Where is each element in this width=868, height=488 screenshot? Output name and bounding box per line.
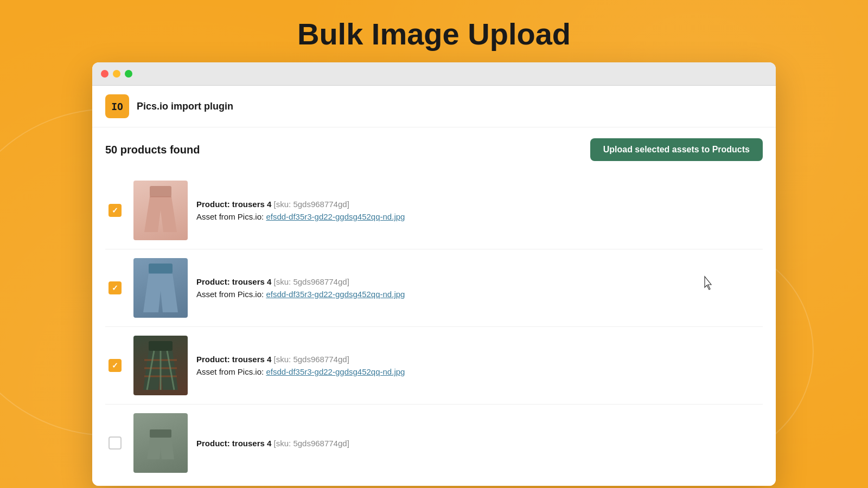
product-title: Product: trousers 4 [196, 200, 274, 209]
products-section: 50 products found Upload selected assets… [92, 127, 776, 486]
window-maximize-button[interactable] [125, 70, 132, 78]
window-titlebar [92, 62, 776, 86]
page-title: Bulk Image Upload [297, 16, 571, 52]
product-thumbnail [133, 181, 188, 240]
product-sku: [sku: 5gds968774gd] [274, 277, 349, 286]
product-name: Product: trousers 4 [sku: 5gds968774gd] [196, 355, 763, 364]
asset-link[interactable]: efsdd-df35r3-gd22-ggdsg452qq-nd.jpg [266, 367, 405, 376]
product-title: Product: trousers 4 [196, 439, 274, 448]
checkbox-checked[interactable]: ✓ [108, 359, 122, 372]
asset-link[interactable]: efsdd-df35r3-gd22-ggdsg452qq-nd.jpg [266, 212, 405, 221]
checkbox-unchecked[interactable] [108, 436, 122, 450]
products-count: 50 products found [105, 144, 200, 156]
product-info: Product: trousers 4 [sku: 5gds968774gd] [196, 439, 763, 448]
product-sku: [sku: 5gds968774gd] [274, 439, 349, 448]
product-asset: Asset from Pics.io: efsdd-df35r3-gd22-gg… [196, 367, 763, 376]
checkbox-wrap[interactable] [105, 436, 125, 450]
asset-link[interactable]: efsdd-df35r3-gd22-ggdsg452qq-nd.jpg [266, 290, 405, 299]
window-content: IO Pics.io import plugin 50 products fou… [92, 86, 776, 486]
app-name: Pics.io import plugin [137, 101, 233, 112]
product-asset: Asset from Pics.io: efsdd-df35r3-gd22-gg… [196, 212, 763, 221]
app-window: IO Pics.io import plugin 50 products fou… [92, 62, 776, 486]
table-row: ✓ [105, 327, 763, 404]
product-info: Product: trousers 4 [sku: 5gds968774gd] … [196, 200, 763, 221]
checkbox-checked[interactable]: ✓ [108, 204, 122, 217]
products-header: 50 products found Upload selected assets… [105, 138, 763, 161]
window-close-button[interactable] [101, 70, 108, 78]
product-sku: [sku: 5gds968774gd] [274, 200, 349, 209]
checkbox-wrap[interactable]: ✓ [105, 359, 125, 372]
svg-rect-9 [150, 429, 171, 438]
product-thumbnail [133, 413, 188, 473]
product-name: Product: trousers 4 [sku: 5gds968774gd] [196, 439, 763, 448]
checkbox-wrap[interactable]: ✓ [105, 204, 125, 217]
app-header: IO Pics.io import plugin [92, 86, 776, 127]
window-minimize-button[interactable] [113, 70, 120, 78]
product-info: Product: trousers 4 [sku: 5gds968774gd] … [196, 355, 763, 376]
table-row: ✓ Product: trousers 4 [sku: 5gds968774gd… [105, 172, 763, 249]
upload-button[interactable]: Upload selected assets to Products [590, 138, 763, 161]
product-title: Product: trousers 4 [196, 355, 274, 364]
product-thumbnail [133, 258, 188, 318]
svg-rect-2 [149, 341, 173, 351]
checkbox-wrap[interactable]: ✓ [105, 281, 125, 294]
svg-rect-0 [150, 186, 171, 197]
table-row: Product: trousers 4 [sku: 5gds968774gd] [105, 404, 763, 475]
product-title: Product: trousers 4 [196, 277, 274, 286]
product-list: ✓ Product: trousers 4 [sku: 5gds968774gd… [105, 172, 763, 475]
product-thumbnail [133, 336, 188, 395]
product-asset: Asset from Pics.io: efsdd-df35r3-gd22-gg… [196, 290, 763, 299]
table-row: ✓ Product: trousers 4 [sku: 5gds968774gd… [105, 249, 763, 327]
svg-rect-1 [149, 264, 173, 273]
checkbox-checked[interactable]: ✓ [108, 281, 122, 294]
product-info: Product: trousers 4 [sku: 5gds968774gd] … [196, 277, 763, 299]
product-name: Product: trousers 4 [sku: 5gds968774gd] [196, 277, 763, 286]
app-logo: IO [105, 94, 129, 118]
product-sku: [sku: 5gds968774gd] [274, 355, 349, 364]
product-name: Product: trousers 4 [sku: 5gds968774gd] [196, 200, 763, 209]
